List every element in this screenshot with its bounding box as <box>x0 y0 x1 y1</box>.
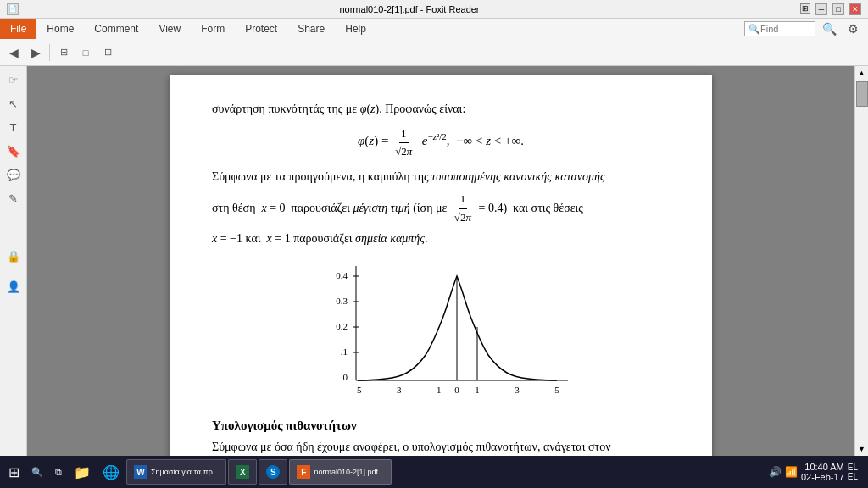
toolbar-btn-3[interactable]: ⊞ <box>53 42 74 63</box>
section-heading: Υπολογισμός πιθανοτήτων <box>212 416 670 435</box>
ribbon-search-area: 🔍 🔍 ⚙ <box>744 19 868 39</box>
left-sidebar: ☞ ↖ T 🔖 💬 ✎ 🔒 👤 <box>0 66 27 456</box>
main-layout: ☞ ↖ T 🔖 💬 ✎ 🔒 👤 συνάρτηση πυκνότητάς της… <box>0 66 868 456</box>
tab-protect[interactable]: Protect <box>235 19 287 39</box>
toolbar-btn-5[interactable]: ⊡ <box>97 42 118 63</box>
search-container: 🔍 <box>744 21 815 36</box>
fraction-1: 1 √2π <box>393 125 414 159</box>
tab-share[interactable]: Share <box>287 19 335 39</box>
tab-help[interactable]: Help <box>335 19 376 39</box>
sidebar-user-tool[interactable]: 👤 <box>3 276 24 297</box>
svg-text:-5: -5 <box>353 385 362 395</box>
tab-home[interactable]: Home <box>36 19 84 39</box>
main-formula: φ(z) = 1 √2π e−z²/2, −∞ < z < +∞. <box>212 125 670 159</box>
task-view-icon: ⧉ <box>55 467 62 478</box>
scroll-thumb[interactable] <box>856 81 868 107</box>
tab-view[interactable]: View <box>148 19 191 39</box>
word-label: Σημασία για τα πρ... <box>151 468 219 476</box>
grid-icon[interactable]: ⊞ <box>800 3 810 14</box>
taskbar-app-skype[interactable]: S <box>259 459 287 485</box>
taskbar-app-word[interactable]: W Σημασία για τα πρ... <box>126 459 226 485</box>
window-controls: ⊞ ─ □ ✕ <box>800 3 861 15</box>
taskbar-app-foxit[interactable]: F normal010-2[1].pdf... <box>289 459 392 485</box>
numerator-1: 1 <box>399 125 409 143</box>
lang-el1: EL <box>848 463 858 472</box>
right-scrollbar: ▲ ▼ <box>854 66 868 456</box>
svg-text:0: 0 <box>454 385 459 395</box>
maximize-button[interactable]: □ <box>832 3 844 15</box>
taskbar-app-excel[interactable]: X <box>228 459 257 485</box>
normal-distribution-chart: 0.4 0.3 0.2 .1 0 -5 -3 -1 <box>309 258 572 406</box>
svg-text:5: 5 <box>554 385 559 395</box>
search-taskbar-button[interactable]: 🔍 <box>26 458 48 485</box>
date-display: 02-Feb-17 <box>801 472 844 482</box>
sidebar-select-tool[interactable]: ↖ <box>3 93 24 114</box>
svg-text:-1: -1 <box>433 385 441 395</box>
explorer-button[interactable]: 📁 <box>69 458 96 485</box>
svg-text:3: 3 <box>515 385 520 395</box>
taskbar: ⊞ 🔍 ⧉ 📁 🌐 W Σημασία για τα πρ... X S F n… <box>0 456 868 488</box>
search-icon: 🔍 <box>748 24 760 35</box>
paragraph-2: στη θέση x = 0 παρουσιάζει μέγιστη τιμή … <box>212 191 670 227</box>
svg-text:0.3: 0.3 <box>336 296 348 306</box>
sidebar-hand-tool[interactable]: ☞ <box>3 69 24 90</box>
window-title: normal010-2[1].pdf - Foxit Reader <box>19 4 800 14</box>
intro-text3: ). Προφανώς είναι: <box>376 103 466 115</box>
lang-el2: EL <box>848 472 858 481</box>
intro-line: συνάρτηση πυκνότητάς της με φ(z). Προφαν… <box>212 100 670 119</box>
denominator-1: √2π <box>393 143 414 160</box>
close-button[interactable]: ✕ <box>849 3 861 15</box>
sidebar-text-tool[interactable]: T <box>3 117 24 137</box>
word-icon: W <box>134 465 147 479</box>
toolbar-btn-1[interactable]: ◀ <box>3 42 24 63</box>
time-display: 10:40 AM <box>801 462 844 472</box>
toolbar-btn-4[interactable]: □ <box>75 42 96 63</box>
paragraph-1: Σύμφωνα με τα προηγούμενα, η καμπύλη της… <box>212 168 670 186</box>
search-input[interactable] <box>760 24 811 34</box>
svg-text:0: 0 <box>343 372 348 382</box>
svg-text:1: 1 <box>475 385 480 395</box>
pdf-area: συνάρτηση πυκνότητάς της με φ(z). Προφαν… <box>27 66 854 456</box>
excel-icon: X <box>236 465 249 479</box>
system-time: 10:40 AM 02-Feb-17 <box>801 462 844 482</box>
scroll-up-button[interactable]: ▲ <box>855 66 869 80</box>
sidebar-bookmark-tool[interactable]: 🔖 <box>3 141 24 161</box>
start-icon: ⊞ <box>8 464 19 480</box>
explorer-icon: 📁 <box>74 464 91 480</box>
svg-text:.1: .1 <box>341 347 348 357</box>
search-button[interactable]: 🔍 <box>819 19 839 39</box>
toolbar-btn-2[interactable]: ▶ <box>25 42 46 63</box>
search-taskbar-icon: 🔍 <box>31 467 43 478</box>
section-text: Σύμφωνα με όσα ήδη έχουμε αναφέρει, ο υπ… <box>212 438 670 456</box>
sidebar-pen-tool[interactable]: ✎ <box>3 188 24 208</box>
start-button[interactable]: ⊞ <box>3 458 25 485</box>
tab-comment[interactable]: Comment <box>84 19 148 39</box>
tab-file[interactable]: File <box>0 19 36 39</box>
tray-icon-1: 🔊 <box>769 466 782 479</box>
svg-text:0.4: 0.4 <box>336 270 348 280</box>
tray-icon-2: 📶 <box>785 466 798 479</box>
minimize-button[interactable]: ─ <box>815 3 827 15</box>
settings-button[interactable]: ⚙ <box>843 19 863 39</box>
chrome-icon: 🌐 <box>103 464 120 480</box>
ribbon: File Home Comment View Form Protect Shar… <box>0 19 868 66</box>
task-view-button[interactable]: ⧉ <box>50 458 67 485</box>
chrome-button[interactable]: 🌐 <box>97 458 125 485</box>
scroll-down-button[interactable]: ▼ <box>855 442 869 456</box>
ribbon-tabs: File Home Comment View Form Protect Shar… <box>0 19 868 39</box>
tab-form[interactable]: Form <box>191 19 235 39</box>
sidebar-annotation-tool[interactable]: 💬 <box>3 164 24 185</box>
svg-text:0.2: 0.2 <box>336 321 348 331</box>
title-bar: 📄 normal010-2[1].pdf - Foxit Reader ⊞ ─ … <box>0 0 868 19</box>
denominator-2: √2π <box>453 209 473 227</box>
chart-container: 0.4 0.3 0.2 .1 0 -5 -3 -1 <box>212 258 670 406</box>
sidebar-lock-tool[interactable]: 🔒 <box>3 246 24 266</box>
pdf-page: συνάρτηση πυκνότητάς της με φ(z). Προφαν… <box>170 75 712 456</box>
language-indicator[interactable]: EL EL <box>848 463 858 481</box>
svg-text:-3: -3 <box>393 385 402 395</box>
foxit-label: normal010-2[1].pdf... <box>314 468 384 476</box>
skype-icon: S <box>266 465 280 479</box>
exponent: −z²/2 <box>428 132 447 142</box>
title-bar-icons: 📄 <box>7 3 19 15</box>
app-icon: 📄 <box>7 3 19 15</box>
